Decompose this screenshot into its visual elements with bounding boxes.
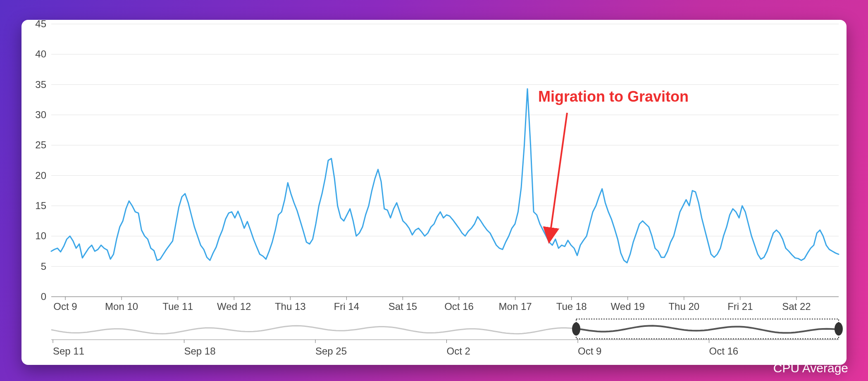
overview-tick-label: Sep 25	[315, 345, 347, 357]
annotation-arrow	[549, 113, 567, 242]
y-tick-label: 20	[35, 170, 46, 181]
brush-handle-left[interactable]	[572, 322, 580, 336]
chart-card: 051015202530354045Oct 9Mon 10Tue 11Wed 1…	[21, 20, 847, 365]
x-tick-label: Tue 18	[556, 301, 587, 312]
overview-tick-label: Sep 18	[184, 345, 216, 357]
x-tick-label: Oct 9	[53, 301, 77, 312]
y-tick-label: 35	[35, 79, 46, 90]
x-tick-label: Oct 16	[444, 301, 474, 312]
x-tick-label: Wed 19	[611, 301, 645, 312]
overview-brush[interactable]	[576, 319, 839, 339]
x-tick-label: Sat 15	[389, 301, 417, 312]
overview-tick-label: Oct 16	[709, 345, 739, 357]
overview-tick-label: Oct 2	[447, 345, 470, 357]
overview-tick-label: Sep 11	[53, 345, 84, 357]
brush-handle-right[interactable]	[835, 322, 843, 336]
x-tick-label: Fri 14	[334, 301, 359, 312]
x-tick-label: Sat 22	[782, 301, 811, 312]
chart-caption: CPU Average	[773, 361, 848, 375]
y-tick-label: 10	[35, 230, 46, 241]
annotation-migration: Migration to Graviton	[538, 88, 689, 105]
x-tick-label: Fri 21	[727, 301, 753, 312]
x-tick-label: Mon 10	[105, 301, 138, 312]
y-tick-label: 5	[41, 261, 46, 272]
x-tick-label: Wed 12	[217, 301, 251, 312]
x-tick-label: Mon 17	[499, 301, 532, 312]
y-tick-label: 15	[35, 200, 46, 211]
y-tick-label: 25	[35, 139, 46, 150]
y-tick-label: 30	[35, 109, 46, 120]
y-tick-label: 0	[41, 291, 46, 302]
cpu-line-chart: 051015202530354045Oct 9Mon 10Tue 11Wed 1…	[21, 20, 847, 365]
y-tick-label: 40	[35, 48, 46, 60]
overview-tick-label: Oct 9	[578, 345, 601, 357]
x-tick-label: Thu 20	[668, 301, 699, 312]
x-tick-label: Tue 11	[162, 301, 193, 312]
x-tick-label: Thu 13	[275, 301, 306, 312]
y-tick-label: 45	[35, 20, 46, 29]
